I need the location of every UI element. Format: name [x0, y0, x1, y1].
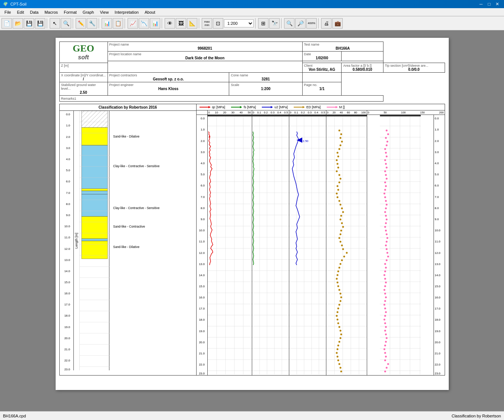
toolbar-zoom-percent[interactable]: 400%	[306, 18, 317, 29]
svg-point-272	[337, 360, 339, 361]
svg-point-364	[384, 352, 386, 354]
scale-dropdown[interactable]: 1:200 1:100 1:500	[224, 19, 254, 27]
svg-point-316	[385, 174, 387, 176]
svg-text:4.0: 4.0	[200, 162, 205, 165]
toolbar-edit2[interactable]: 🔧	[87, 18, 97, 29]
status-description: Classification by Robertson	[452, 414, 501, 418]
svg-point-253	[338, 289, 340, 291]
svg-text:9.0: 9.0	[435, 218, 439, 221]
menu-edit[interactable]: Edit	[14, 9, 27, 15]
project-location-label: Project location name	[109, 52, 301, 56]
minimize-button[interactable]: ─	[477, 0, 485, 8]
svg-point-220	[337, 167, 339, 169]
main-area[interactable]: GEO soft Project name 9968201 Test name …	[0, 30, 504, 411]
svg-text:22.0: 22.0	[199, 363, 205, 366]
svg-point-323	[385, 200, 387, 202]
toolbar-view2[interactable]: 🖼	[176, 18, 186, 29]
svg-point-324	[386, 204, 388, 206]
svg-point-304	[386, 130, 388, 132]
toolbar-new[interactable]: 📄	[1, 18, 12, 29]
menu-data[interactable]: Data	[27, 9, 42, 15]
svg-point-331	[385, 230, 387, 232]
svg-text:5.0: 5.0	[66, 169, 70, 172]
toolbar-save[interactable]: 💾	[24, 18, 34, 29]
close-button[interactable]: ✕	[494, 0, 501, 8]
toolbar-zoom-in[interactable]: 🔍	[284, 18, 294, 29]
svg-text:16.0: 16.0	[435, 296, 441, 299]
fs-scale-01: 0.1	[257, 111, 261, 114]
toolbar-open[interactable]: 📂	[13, 18, 23, 29]
svg-point-218	[336, 159, 337, 161]
svg-point-214	[339, 145, 341, 146]
ed-scale-0: 0	[327, 111, 329, 114]
m-scale-100: 100	[401, 111, 406, 114]
menu-file[interactable]: File	[1, 9, 14, 15]
client-label: Client	[304, 64, 340, 67]
svg-text:14.0: 14.0	[199, 274, 205, 277]
svg-point-238	[339, 234, 341, 235]
toolbar-export2[interactable]: 💼	[332, 18, 343, 29]
svg-point-347	[383, 289, 385, 291]
svg-point-342	[384, 271, 386, 272]
toolbar-zoom1[interactable]: ⊞	[258, 18, 269, 29]
menu-format[interactable]: Format	[61, 9, 80, 15]
toolbar-chart2[interactable]: 📉	[139, 18, 149, 29]
svg-point-257	[338, 304, 340, 306]
toolbar-zoom2[interactable]: 🔭	[269, 18, 280, 29]
svg-point-244	[343, 256, 345, 258]
scale-value: 1:200	[231, 87, 300, 91]
svg-text:21.0: 21.0	[199, 352, 205, 355]
menu-graph[interactable]: Graph	[80, 9, 97, 15]
toolbar-select[interactable]: ↖	[50, 18, 60, 29]
toolbar-scale-fit[interactable]: ⊡	[213, 18, 223, 29]
svg-text:13.0: 13.0	[435, 262, 441, 266]
legend-u2: u2 [MPa]	[262, 105, 288, 109]
svg-text:3.0: 3.0	[200, 151, 205, 154]
menu-macros[interactable]: Macros	[42, 9, 61, 15]
svg-point-275	[340, 371, 342, 373]
toolbar-edit3[interactable]: 📊	[102, 18, 112, 29]
toolbar-export1[interactable]: 🖨	[321, 18, 332, 29]
menu-about[interactable]: About	[142, 9, 158, 15]
toolbar-edit4[interactable]: 📋	[113, 18, 123, 29]
svg-text:21.0: 21.0	[435, 352, 441, 355]
toolbar-save-as[interactable]: 💾	[35, 18, 45, 29]
svg-text:10.0: 10.0	[199, 229, 205, 232]
toolbar-zoom-out[interactable]: 🔎	[295, 18, 306, 29]
toolbar-chart1[interactable]: 📈	[128, 18, 138, 29]
toolbar-chart3[interactable]: 📊	[150, 18, 160, 29]
svg-point-225	[336, 185, 338, 187]
svg-point-254	[339, 293, 341, 295]
svg-text:23.0: 23.0	[64, 368, 70, 370]
svg-point-349	[385, 297, 387, 298]
toolbar-zoom-window[interactable]: 🔍	[61, 18, 71, 29]
svg-point-327	[385, 215, 387, 217]
menu-view[interactable]: View	[97, 9, 112, 15]
svg-point-344	[384, 278, 386, 280]
svg-point-343	[383, 274, 385, 276]
svg-rect-29	[82, 191, 108, 194]
svg-text:8.0: 8.0	[66, 202, 70, 206]
svg-text:15.0: 15.0	[64, 281, 70, 284]
qc-scale-50: 50	[248, 111, 251, 114]
svg-point-274	[339, 367, 341, 369]
qc-scale-0: 0	[208, 111, 210, 114]
toolbar-scale-max[interactable]: maxmin	[202, 18, 212, 29]
svg-point-315	[384, 171, 386, 172]
toolbar-edit1[interactable]: ✏️	[76, 18, 86, 29]
area-factor-value: 0.580/0.010	[343, 67, 381, 72]
cone-name-value: 3281	[231, 77, 300, 81]
menu-interpretation[interactable]: Interpretation	[112, 9, 142, 15]
toolbar-view3[interactable]: 📐	[187, 18, 197, 29]
svg-point-335	[385, 245, 387, 247]
svg-text:11.0: 11.0	[64, 236, 70, 239]
svg-text:5.0: 5.0	[435, 173, 439, 176]
svg-point-241	[341, 245, 343, 247]
legend-ed-label: ED [MPa]	[306, 105, 321, 109]
maximize-button[interactable]: □	[485, 0, 493, 8]
svg-text:23.0: 23.0	[435, 372, 441, 374]
toolbar-view1[interactable]: 👁	[165, 18, 175, 29]
svg-point-221	[336, 171, 337, 172]
svg-point-215	[338, 148, 340, 150]
svg-point-251	[336, 282, 338, 284]
